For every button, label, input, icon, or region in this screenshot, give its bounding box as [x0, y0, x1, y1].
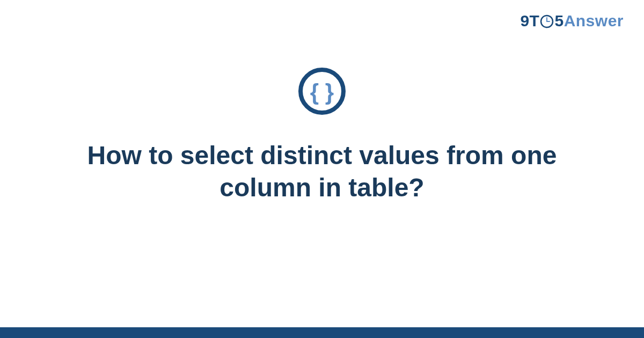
question-title: How to select distinct values from one c… [0, 139, 644, 204]
logo-text-9t: 9T [520, 12, 539, 30]
svg-text:{ }: { } [310, 79, 334, 105]
footer-bar [0, 327, 644, 338]
code-braces-icon: { } [298, 67, 346, 117]
logo-clock-icon [540, 14, 554, 28]
logo-text-5: 5 [554, 12, 564, 30]
logo-text-answer: Answer [564, 12, 624, 30]
site-logo: 9T 5 Answer [520, 12, 624, 30]
